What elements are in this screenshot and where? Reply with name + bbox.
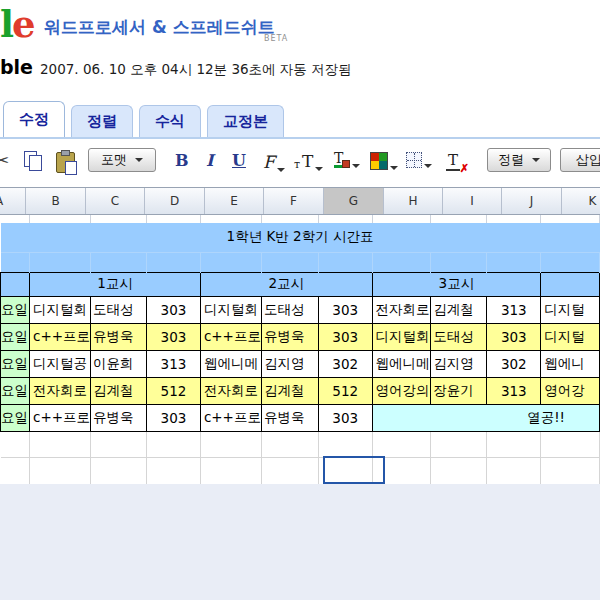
day-cell[interactable]: 요일 [1, 377, 30, 404]
room-cell[interactable]: 303 [318, 404, 372, 431]
room-cell[interactable]: 303 [147, 323, 201, 350]
teacher-cell[interactable]: 유병욱 [261, 404, 318, 431]
room-cell[interactable]: 313 [487, 377, 541, 404]
cell[interactable] [1, 215, 30, 223]
teacher-cell[interactable]: 유병욱 [91, 404, 147, 431]
subject-cell[interactable]: 디지털회 [30, 296, 91, 323]
cell[interactable] [200, 431, 261, 457]
cell[interactable] [487, 215, 541, 223]
day-cell[interactable]: 요일 [1, 296, 30, 323]
cell[interactable] [91, 215, 147, 223]
cell[interactable] [487, 252, 541, 272]
subject-cell[interactable]: 웹에니메 [372, 350, 431, 377]
cell[interactable] [1, 431, 30, 457]
cell[interactable] [91, 252, 147, 272]
borders-menu[interactable] [406, 152, 432, 168]
column-header-c[interactable]: C [86, 188, 145, 214]
cell[interactable] [261, 457, 318, 484]
cell[interactable] [541, 215, 600, 223]
room-cell[interactable]: 302 [318, 350, 372, 377]
paste-icon[interactable] [56, 152, 75, 173]
cell[interactable] [200, 457, 261, 484]
cell[interactable] [30, 215, 91, 223]
teacher-cell[interactable]: 김계철 [431, 296, 487, 323]
tab-sort[interactable]: 정렬 [71, 105, 133, 137]
day-cell[interactable]: 요일 [1, 404, 30, 431]
cell[interactable] [147, 215, 201, 223]
cell[interactable] [91, 457, 147, 484]
cell[interactable] [261, 215, 318, 223]
cell[interactable] [318, 215, 372, 223]
subject-cell[interactable]: 웹에니 [541, 350, 600, 377]
subject-cell[interactable]: 디지털 [541, 323, 600, 350]
column-header-b[interactable]: B [26, 188, 86, 214]
subject-cell[interactable]: 영어강의 [372, 377, 431, 404]
cell[interactable] [487, 431, 541, 457]
cell[interactable] [1, 457, 30, 484]
subject-cell[interactable]: 디지털 [541, 296, 600, 323]
cell[interactable] [91, 431, 147, 457]
room-cell[interactable]: 512 [318, 377, 372, 404]
tab-revisions[interactable]: 교정본 [207, 105, 284, 137]
column-header-h[interactable]: H [384, 188, 443, 214]
teacher-cell[interactable]: 도태성 [261, 296, 318, 323]
timetable-title-cell[interactable]: 1학년 K반 2학기 시간표 [1, 223, 600, 252]
cell[interactable] [541, 252, 600, 272]
scissors-icon[interactable]: ✂ [0, 149, 9, 171]
day-cell[interactable]: 요일 [1, 323, 30, 350]
teacher-cell[interactable]: 김계철 [91, 377, 147, 404]
day-cell[interactable]: 요일 [1, 350, 30, 377]
subject-cell[interactable]: 디지털회 [372, 323, 431, 350]
cell[interactable] [261, 252, 318, 272]
cell[interactable] [200, 252, 261, 272]
cell[interactable] [431, 215, 487, 223]
cell[interactable] [431, 457, 487, 484]
room-cell[interactable]: 303 [147, 296, 201, 323]
motto-cell[interactable]: 열공!! [372, 404, 599, 431]
format-dropdown[interactable]: 포맷 [88, 148, 156, 172]
tab-formula[interactable]: 수식 [139, 105, 201, 137]
teacher-cell[interactable]: 유병욱 [261, 323, 318, 350]
teacher-cell[interactable]: 김계철 [261, 377, 318, 404]
room-cell[interactable]: 313 [147, 350, 201, 377]
subject-cell[interactable]: c++프로 [30, 323, 91, 350]
period-1-header[interactable]: 1교시 [30, 272, 201, 296]
cell[interactable] [30, 252, 91, 272]
room-cell[interactable]: 512 [147, 377, 201, 404]
column-header-a[interactable]: A [0, 188, 26, 214]
subject-cell[interactable]: 웹에니메 [200, 350, 261, 377]
room-cell[interactable]: 313 [487, 296, 541, 323]
subject-cell[interactable]: 디지털공 [30, 350, 91, 377]
teacher-cell[interactable]: 도태성 [91, 296, 147, 323]
period-2-header[interactable]: 2교시 [200, 272, 372, 296]
room-cell[interactable]: 303 [318, 296, 372, 323]
cell[interactable] [431, 431, 487, 457]
column-header-e[interactable]: E [205, 188, 264, 214]
cell[interactable] [318, 431, 372, 457]
fill-color-menu[interactable] [370, 152, 398, 170]
copy-icon[interactable] [24, 151, 44, 171]
column-header-f[interactable]: F [264, 188, 324, 214]
cell[interactable] [30, 431, 91, 457]
room-cell[interactable]: 303 [318, 323, 372, 350]
cell[interactable] [261, 431, 318, 457]
font-menu[interactable]: F [263, 152, 285, 172]
italic-button[interactable]: I [206, 151, 213, 170]
cell[interactable] [541, 457, 600, 484]
subject-cell[interactable]: c++프로 [30, 404, 91, 431]
cell[interactable] [487, 457, 541, 484]
cell[interactable] [147, 457, 201, 484]
subject-cell[interactable]: 전자회로 [30, 377, 91, 404]
teacher-cell[interactable]: 도태성 [431, 323, 487, 350]
column-header-g-selected[interactable]: G [324, 188, 384, 214]
tab-edit[interactable]: 수정 [3, 101, 65, 137]
cell[interactable] [431, 252, 487, 272]
cell[interactable] [372, 252, 431, 272]
cell[interactable] [318, 252, 372, 272]
cell[interactable] [30, 457, 91, 484]
subject-cell[interactable]: 전자회로 [200, 377, 261, 404]
cell[interactable] [147, 431, 201, 457]
period-edge-cell[interactable] [541, 272, 600, 296]
subject-cell[interactable]: 영어강 [541, 377, 600, 404]
column-header-i[interactable]: I [443, 188, 502, 214]
